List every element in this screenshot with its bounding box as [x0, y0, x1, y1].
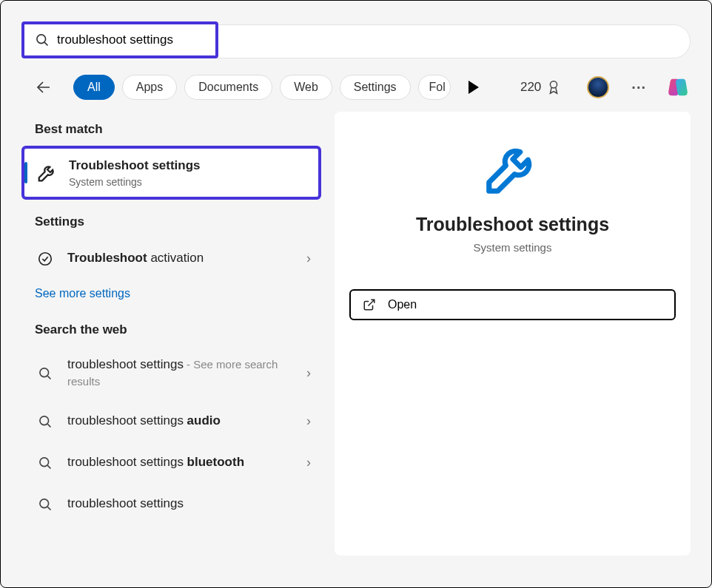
results-column: Best match Troubleshoot settings System …	[21, 112, 321, 555]
user-avatar[interactable]	[587, 76, 609, 98]
search-icon	[35, 494, 56, 515]
wrench-icon	[481, 135, 545, 199]
filter-chip-all[interactable]: All	[73, 75, 115, 100]
filter-chip-settings[interactable]: Settings	[340, 75, 411, 100]
chevron-right-icon: ›	[306, 251, 311, 266]
settings-item-suffix: activation	[147, 251, 204, 265]
chevron-right-icon: ›	[306, 365, 311, 381]
open-button[interactable]: Open	[349, 289, 676, 320]
chevron-right-icon: ›	[306, 413, 311, 429]
svg-line-13	[369, 300, 375, 305]
search-icon	[35, 453, 56, 473]
wrench-icon	[35, 160, 60, 185]
copilot-icon[interactable]	[665, 75, 691, 100]
web-item-bold: bluetooth	[187, 455, 244, 469]
svg-line-8	[47, 424, 50, 427]
best-match-title: Troubleshoot settings	[69, 158, 201, 172]
open-button-label: Open	[388, 298, 417, 311]
svg-point-7	[40, 416, 49, 425]
preview-panel: Troubleshoot settings System settings Op…	[335, 112, 691, 555]
svg-point-0	[37, 35, 46, 44]
see-more-settings-link[interactable]: See more settings	[21, 280, 321, 312]
svg-point-5	[40, 368, 49, 377]
web-item-main: troubleshoot settings	[67, 413, 187, 428]
more-menu[interactable]: ···	[631, 79, 646, 96]
play-icon[interactable]	[468, 81, 479, 94]
settings-result-item[interactable]: Troubleshoot activation ›	[21, 238, 321, 280]
svg-point-3	[551, 81, 557, 88]
best-match-item[interactable]: Troubleshoot settings System settings	[24, 149, 318, 197]
web-item-main: troubleshoot settings	[67, 496, 184, 510]
check-circle-icon	[35, 249, 56, 269]
settings-item-bold: Troubleshoot	[67, 251, 147, 265]
svg-line-12	[47, 507, 50, 510]
svg-line-6	[47, 376, 50, 379]
points-value: 220	[520, 80, 541, 95]
svg-point-4	[39, 253, 52, 266]
svg-line-10	[47, 465, 50, 468]
settings-section-label: Settings	[21, 204, 321, 238]
filter-chip-documents[interactable]: Documents	[184, 75, 272, 100]
web-result-item[interactable]: troubleshoot settings	[21, 484, 321, 515]
web-item-bold: audio	[187, 413, 221, 428]
svg-point-9	[40, 458, 49, 467]
web-result-item[interactable]: troubleshoot settings bluetooth ›	[21, 442, 321, 484]
best-match-subtitle: System settings	[69, 176, 308, 188]
web-section-label: Search the web	[21, 312, 321, 346]
preview-title: Troubleshoot settings	[416, 214, 609, 235]
filter-chip-apps[interactable]: Apps	[122, 75, 177, 100]
filter-row: All Apps Documents Web Settings Fol 220 …	[1, 58, 711, 112]
back-button[interactable]	[33, 77, 54, 98]
svg-line-1	[44, 42, 47, 45]
web-item-main: troubleshoot settings	[67, 455, 187, 469]
search-highlight-box	[21, 21, 218, 58]
medal-icon	[545, 79, 562, 95]
search-input[interactable]	[57, 33, 205, 47]
chevron-right-icon: ›	[306, 455, 311, 470]
web-item-main: troubleshoot settings	[67, 357, 184, 371]
filter-chip-more[interactable]: Fol	[418, 75, 451, 100]
web-result-item[interactable]: troubleshoot settings - See more search …	[21, 346, 321, 401]
search-icon	[35, 363, 56, 384]
best-match-highlight: Troubleshoot settings System settings	[21, 146, 321, 200]
open-external-icon	[363, 298, 376, 311]
arrow-left-icon	[35, 78, 53, 96]
search-icon	[35, 33, 50, 47]
rewards-points[interactable]: 220	[520, 79, 562, 95]
search-icon	[35, 411, 56, 432]
best-match-label: Best match	[21, 112, 321, 146]
filter-chip-web[interactable]: Web	[280, 75, 332, 100]
web-result-item[interactable]: troubleshoot settings audio ›	[21, 401, 321, 442]
svg-point-11	[40, 499, 49, 508]
preview-subtitle: System settings	[474, 241, 552, 254]
search-bar[interactable]	[24, 24, 215, 55]
